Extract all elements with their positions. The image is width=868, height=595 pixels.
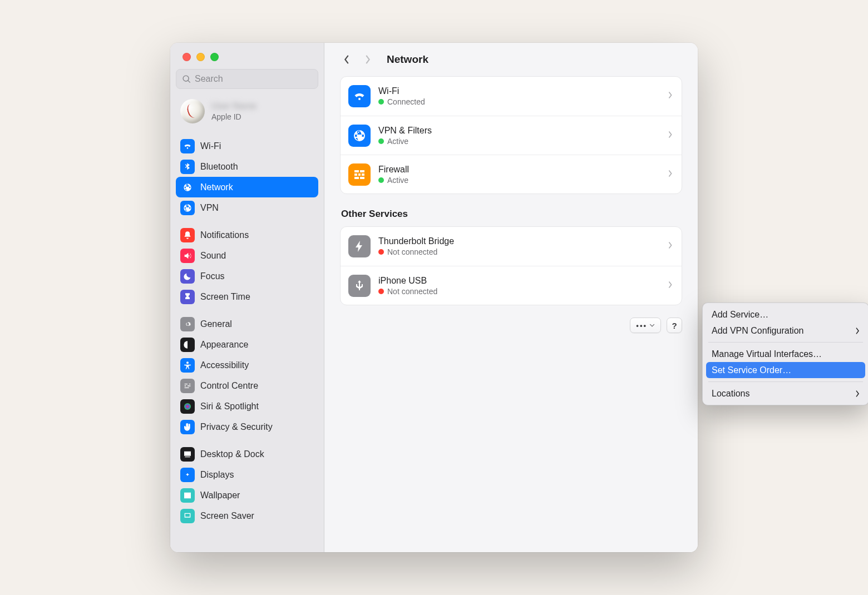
other-services-label: Other Services bbox=[341, 209, 681, 220]
chevron-right-icon bbox=[668, 281, 673, 291]
minimize-window-button[interactable] bbox=[196, 53, 205, 61]
speaker-icon bbox=[180, 249, 195, 263]
sidebar-item-focus[interactable]: Focus bbox=[176, 266, 318, 286]
firewall-icon bbox=[348, 163, 371, 186]
sidebar-item-sound[interactable]: Sound bbox=[176, 245, 318, 266]
dock-icon bbox=[180, 447, 195, 462]
sidebar-item-label: Accessibility bbox=[200, 360, 249, 370]
menu-item-set-service-order-[interactable]: Set Service Order… bbox=[706, 362, 865, 378]
page-title: Network bbox=[387, 53, 428, 66]
service-row-vpn-filters[interactable]: VPN & FiltersActive bbox=[341, 116, 682, 155]
sidebar-item-label: Network bbox=[200, 182, 233, 192]
bolt-icon bbox=[348, 235, 371, 257]
sidebar-item-accessibility[interactable]: Accessibility bbox=[176, 355, 318, 375]
action-bar: ••• ? bbox=[340, 318, 682, 333]
search-input[interactable] bbox=[195, 74, 312, 84]
search-field[interactable] bbox=[176, 69, 318, 89]
usb-icon bbox=[348, 275, 371, 297]
sidebar-item-label: General bbox=[200, 319, 232, 329]
sidebar-item-control-centre[interactable]: Control Centre bbox=[176, 375, 318, 396]
sidebar-item-desktop-dock[interactable]: Desktop & Dock bbox=[176, 444, 318, 464]
sidebar-item-wallpaper[interactable]: Wallpaper bbox=[176, 485, 318, 505]
forward-button[interactable] bbox=[361, 52, 374, 67]
menu-item-label: Add Service… bbox=[712, 310, 768, 320]
chevron-right-icon bbox=[668, 131, 673, 141]
close-window-button[interactable] bbox=[183, 53, 191, 61]
service-row-iphone-usb[interactable]: iPhone USBNot connected bbox=[341, 266, 682, 305]
help-button[interactable]: ? bbox=[667, 318, 682, 333]
status-dot bbox=[378, 138, 384, 144]
sidebar-item-siri-spotlight[interactable]: Siri & Spotlight bbox=[176, 396, 318, 416]
service-status: Not connected bbox=[387, 287, 437, 296]
moon-icon bbox=[180, 269, 195, 284]
service-status: Not connected bbox=[387, 247, 437, 256]
bluetooth-icon bbox=[180, 160, 195, 174]
chevron-right-icon bbox=[855, 327, 860, 335]
chevron-down-icon bbox=[649, 323, 655, 328]
service-row-wi-fi[interactable]: Wi-FiConnected bbox=[341, 77, 682, 116]
service-title: Firewall bbox=[378, 165, 668, 175]
menu-separator bbox=[708, 381, 863, 382]
menu-item-add-vpn-configuration[interactable]: Add VPN Configuration bbox=[706, 323, 865, 339]
account-subtitle: Apple ID bbox=[211, 112, 257, 121]
sidebar-item-label: Wallpaper bbox=[200, 490, 240, 500]
sidebar-item-label: VPN bbox=[200, 203, 219, 213]
chevron-right-icon bbox=[668, 91, 673, 101]
search-icon bbox=[182, 75, 191, 84]
menu-item-add-service-[interactable]: Add Service… bbox=[706, 306, 865, 323]
service-title: iPhone USB bbox=[378, 276, 668, 286]
sidebar-item-network[interactable]: Network bbox=[176, 177, 318, 197]
sidebar-item-appearance[interactable]: Appearance bbox=[176, 334, 318, 355]
sidebar-item-bluetooth[interactable]: Bluetooth bbox=[176, 156, 318, 177]
bell-icon bbox=[180, 228, 195, 242]
sidebar-item-general[interactable]: General bbox=[176, 314, 318, 334]
sidebar: User Name Apple ID Wi-FiBluetoothNetwork… bbox=[170, 43, 324, 552]
sidebar-item-vpn[interactable]: VPN bbox=[176, 197, 318, 218]
sidebar-item-screen-time[interactable]: Screen Time bbox=[176, 286, 318, 307]
service-title: Wi-Fi bbox=[378, 86, 668, 96]
access-icon bbox=[180, 358, 195, 373]
content: Wi-FiConnectedVPN & FiltersActiveFirewal… bbox=[324, 76, 698, 349]
more-menu-button[interactable]: ••• bbox=[630, 318, 661, 333]
sidebar-item-label: Displays bbox=[200, 470, 234, 480]
sidebar-item-notifications[interactable]: Notifications bbox=[176, 225, 318, 245]
sidebar-item-label: Siri & Spotlight bbox=[200, 401, 259, 411]
gear-icon bbox=[180, 317, 195, 331]
sidebar-item-privacy-security[interactable]: Privacy & Security bbox=[176, 416, 318, 437]
globe-icon bbox=[180, 180, 195, 195]
menu-item-manage-virtual-interfaces-[interactable]: Manage Virtual Interfaces… bbox=[706, 346, 865, 362]
menu-item-locations[interactable]: Locations bbox=[706, 385, 865, 401]
chevron-right-icon bbox=[855, 390, 860, 398]
back-button[interactable] bbox=[340, 52, 353, 67]
primary-services: Wi-FiConnectedVPN & FiltersActiveFirewal… bbox=[340, 76, 682, 194]
more-menu: Add Service…Add VPN ConfigurationManage … bbox=[702, 303, 868, 405]
sidebar-item-label: Wi-Fi bbox=[200, 141, 221, 151]
displays-icon bbox=[180, 468, 195, 482]
service-title: Thunderbolt Bridge bbox=[378, 236, 668, 246]
service-row-firewall[interactable]: FirewallActive bbox=[341, 155, 682, 194]
zoom-window-button[interactable] bbox=[210, 53, 219, 61]
siri-icon bbox=[180, 399, 195, 414]
menu-item-label: Set Service Order… bbox=[712, 365, 791, 375]
sidebar-item-label: Sound bbox=[200, 251, 226, 261]
status-dot bbox=[378, 177, 384, 183]
sidebar-item-displays[interactable]: Displays bbox=[176, 464, 318, 485]
titlebar: Network bbox=[324, 43, 698, 76]
sidebar-scroll[interactable]: User Name Apple ID Wi-FiBluetoothNetwork… bbox=[170, 93, 324, 552]
service-row-thunderbolt-bridge[interactable]: Thunderbolt BridgeNot connected bbox=[341, 227, 682, 266]
sidebar-item-label: Bluetooth bbox=[200, 162, 238, 172]
appearance-icon bbox=[180, 338, 195, 352]
settings-window: User Name Apple ID Wi-FiBluetoothNetwork… bbox=[170, 43, 698, 552]
wallpaper-icon bbox=[180, 488, 195, 503]
sidebar-item-label: Appearance bbox=[200, 340, 248, 350]
service-status: Active bbox=[387, 176, 408, 185]
sidebar-item-wi-fi[interactable]: Wi-Fi bbox=[176, 136, 318, 156]
sidebar-item-label: Control Centre bbox=[200, 381, 258, 391]
status-dot bbox=[378, 249, 384, 255]
sidebar-item-label: Focus bbox=[200, 271, 225, 281]
service-status: Connected bbox=[387, 97, 425, 106]
service-title: VPN & Filters bbox=[378, 126, 668, 136]
hourglass-icon bbox=[180, 290, 195, 304]
apple-id-row[interactable]: User Name Apple ID bbox=[176, 96, 318, 129]
sidebar-item-screen-saver[interactable]: Screen Saver bbox=[176, 505, 318, 526]
